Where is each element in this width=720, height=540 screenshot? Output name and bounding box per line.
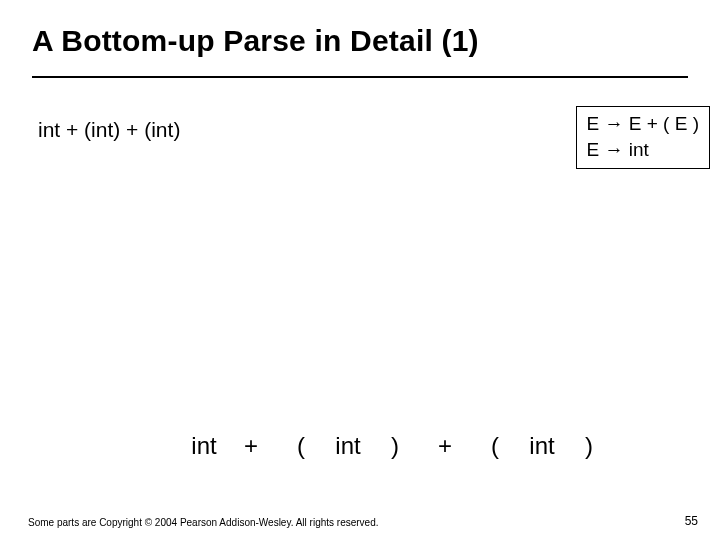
token: ) [370,432,420,460]
slide: A Bottom-up Parse in Detail (1) int + (i… [0,0,720,540]
token: int [520,432,564,460]
token: + [420,432,470,460]
footer-copyright: Some parts are Copyright © 2004 Pearson … [28,517,379,528]
arrow-icon: → [605,139,624,160]
grammar-rule-1: E → E + ( E ) [587,111,699,137]
rule2-lhs: E [587,139,600,160]
grammar-box: E → E + ( E ) E → int [576,106,710,169]
token: int [326,432,370,460]
grammar-rule-2: E → int [587,137,699,163]
input-string: int + (int) + (int) [38,118,180,142]
title-underline [32,76,688,78]
token: ) [564,432,614,460]
token: ( [276,432,326,460]
token: ( [470,432,520,460]
token: int [182,432,226,460]
arrow-icon: → [605,113,624,134]
token: + [226,432,276,460]
rule1-lhs: E [587,113,600,134]
page-title: A Bottom-up Parse in Detail (1) [32,24,688,58]
rule1-rhs: E + ( E ) [629,113,699,134]
page-number: 55 [685,514,698,528]
rule2-rhs: int [629,139,649,160]
token-row: int + ( int ) + ( int ) [0,432,720,460]
